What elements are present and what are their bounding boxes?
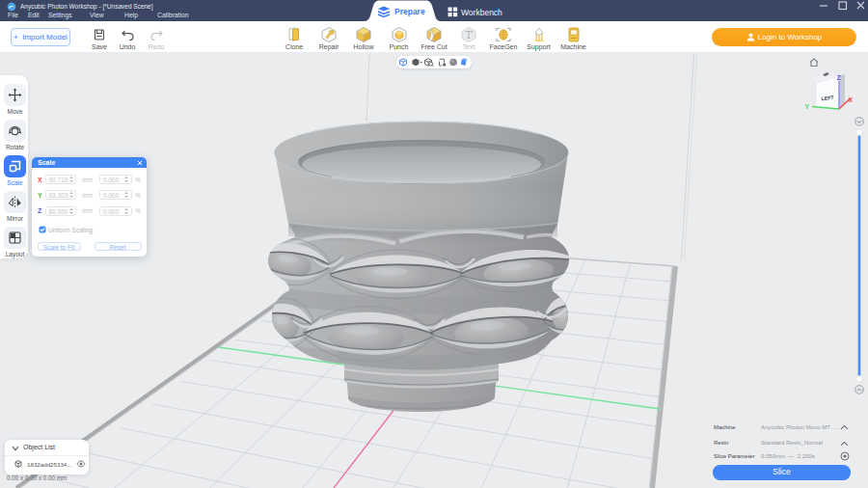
- svg-text:Prepare: Prepare: [394, 7, 425, 16]
- svg-text:X: X: [849, 96, 854, 103]
- svg-text:Z: Z: [837, 74, 841, 81]
- svg-text:Y: Y: [805, 103, 810, 110]
